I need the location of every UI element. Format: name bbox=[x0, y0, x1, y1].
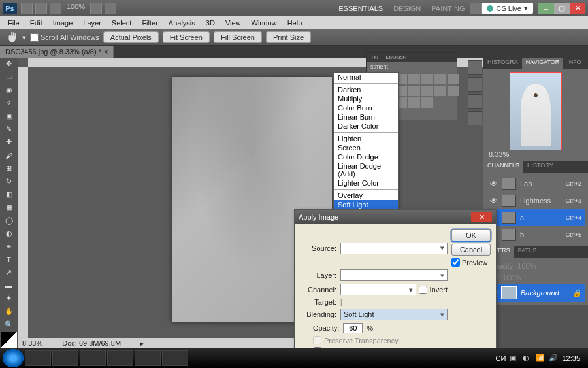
menu-view[interactable]: View bbox=[220, 19, 246, 27]
brush-tool[interactable]: 🖌 bbox=[1, 150, 17, 161]
zoom-dropdown[interactable]: 100% bbox=[64, 3, 88, 14]
volume-icon[interactable]: 🔊 bbox=[549, 354, 558, 363]
dock-icon-3[interactable] bbox=[468, 94, 482, 109]
minibridge-icon[interactable] bbox=[35, 3, 47, 14]
menu-help[interactable]: Help bbox=[282, 19, 308, 27]
dock-icon-1[interactable] bbox=[468, 60, 482, 75]
cslive-button[interactable]: CS Live ▾ bbox=[482, 3, 533, 14]
dock-icon-2[interactable] bbox=[468, 77, 482, 92]
blend-option[interactable]: Darken bbox=[334, 85, 398, 94]
eraser-tool[interactable]: ◧ bbox=[1, 188, 17, 200]
fill-screen-button[interactable]: Fill Screen bbox=[214, 31, 262, 43]
arrange-icon[interactable] bbox=[90, 3, 102, 14]
adj-icon[interactable] bbox=[434, 74, 446, 84]
blend-option[interactable]: Normal bbox=[334, 73, 398, 82]
start-button[interactable] bbox=[3, 349, 24, 367]
zoom-tool[interactable]: 🔍 bbox=[1, 319, 17, 331]
workspace-painting[interactable]: PAINTING bbox=[426, 5, 470, 12]
opacity-input[interactable] bbox=[343, 323, 363, 333]
blur-tool[interactable]: ◯ bbox=[1, 214, 17, 226]
source-select[interactable] bbox=[340, 243, 448, 254]
tab-history[interactable]: HISTORY bbox=[523, 161, 557, 173]
menu-file[interactable]: File bbox=[3, 19, 25, 27]
taskbar-item[interactable] bbox=[52, 350, 78, 366]
navigator-zoom[interactable]: 8.33% bbox=[489, 150, 509, 158]
menu-select[interactable]: Select bbox=[106, 19, 137, 27]
blend-option[interactable]: Darker Color bbox=[334, 122, 398, 131]
view-extras-icon[interactable] bbox=[50, 3, 61, 14]
workspace-essentials[interactable]: ESSENTIALS bbox=[333, 5, 388, 12]
layer-thumbnail[interactable] bbox=[501, 286, 517, 299]
layers-fill-value[interactable]: 100% bbox=[502, 274, 521, 282]
tab-navigator[interactable]: NAVIGATOR bbox=[522, 58, 564, 69]
tab-info[interactable]: INFO bbox=[563, 58, 585, 69]
history-brush-tool[interactable]: ↻ bbox=[1, 175, 17, 187]
network-icon[interactable]: 📶 bbox=[536, 354, 545, 363]
blend-option[interactable]: Color Dodge bbox=[334, 152, 398, 161]
blend-option[interactable]: Multiply bbox=[334, 94, 398, 103]
adj-icon[interactable] bbox=[421, 74, 433, 84]
hand-tool-icon[interactable] bbox=[5, 31, 18, 43]
navigator-thumbnail[interactable] bbox=[510, 72, 562, 150]
fit-screen-button[interactable]: Fit Screen bbox=[163, 31, 210, 43]
blend-option[interactable]: Lighten bbox=[334, 134, 398, 143]
eye-icon[interactable]: 👁 bbox=[490, 197, 498, 205]
blend-option[interactable]: Linear Burn bbox=[334, 112, 398, 122]
blend-option[interactable]: Linear Dodge (Add) bbox=[334, 161, 398, 178]
adj-icon[interactable] bbox=[448, 86, 459, 96]
preview-checkbox[interactable]: Preview bbox=[451, 258, 491, 267]
tab-histogram[interactable]: HISTOGRA bbox=[483, 58, 522, 69]
maximize-button[interactable]: ▢ bbox=[554, 3, 570, 14]
adj-icon[interactable] bbox=[434, 86, 446, 96]
layer-background[interactable]: 👁 Background 🔒 bbox=[486, 284, 585, 302]
tab-channels[interactable]: CHANNELS bbox=[483, 161, 523, 173]
menu-layer[interactable]: Layer bbox=[78, 19, 106, 27]
tab-paths[interactable]: PATHS bbox=[514, 246, 541, 258]
blending-select[interactable]: Soft Light bbox=[340, 309, 448, 320]
taskbar-item[interactable] bbox=[80, 350, 106, 366]
layer-select[interactable] bbox=[340, 269, 448, 281]
adj-icon[interactable] bbox=[421, 97, 433, 108]
tool-preset-dropdown[interactable]: ▾ bbox=[22, 33, 26, 42]
path-tool[interactable]: ↗ bbox=[1, 267, 17, 278]
adj-icon[interactable] bbox=[408, 74, 420, 84]
tab-masks[interactable]: MASKS bbox=[382, 53, 411, 62]
bridge-icon[interactable] bbox=[21, 3, 33, 14]
adj-icon[interactable] bbox=[421, 86, 433, 96]
menu-image[interactable]: Image bbox=[48, 19, 78, 27]
menu-analysis[interactable]: Analysis bbox=[163, 19, 201, 27]
eyedropper-tool[interactable]: ✎ bbox=[1, 124, 17, 135]
status-arrow-icon[interactable]: ▸ bbox=[140, 339, 144, 348]
channel-row[interactable]: 👁aCtrl+4 bbox=[486, 209, 585, 226]
menu-window[interactable]: Window bbox=[246, 19, 282, 27]
dodge-tool[interactable]: ◐ bbox=[1, 227, 17, 239]
minimize-button[interactable]: – bbox=[538, 3, 554, 14]
print-size-button[interactable]: Print Size bbox=[266, 31, 311, 43]
adj-icon[interactable] bbox=[448, 74, 459, 84]
wand-tool[interactable]: ✧ bbox=[1, 97, 17, 109]
blend-option[interactable]: Screen bbox=[334, 143, 398, 152]
pen-tool[interactable]: ✒ bbox=[1, 241, 17, 252]
ok-button[interactable]: OK bbox=[451, 229, 491, 241]
document-tab[interactable]: DSC3456.jpg @ 8.33% (a/8) * × bbox=[0, 46, 114, 58]
type-tool[interactable]: T bbox=[1, 254, 17, 265]
lasso-tool[interactable]: ◉ bbox=[1, 84, 17, 96]
channel-row[interactable]: 👁LabCtrl+2 bbox=[486, 175, 585, 192]
lang-indicator[interactable]: CИ bbox=[496, 354, 506, 362]
dock-icon-4[interactable] bbox=[468, 111, 482, 125]
close-tab-icon[interactable]: × bbox=[104, 48, 108, 56]
scroll-all-checkbox[interactable]: Scroll All Windows bbox=[30, 33, 99, 42]
layers-opacity-value[interactable]: 100% bbox=[517, 262, 536, 270]
tray-icon[interactable]: ▣ bbox=[510, 354, 519, 363]
close-button[interactable]: ✕ bbox=[570, 3, 585, 14]
screenmode-icon[interactable] bbox=[105, 3, 116, 14]
color-swatch[interactable] bbox=[1, 332, 17, 348]
clock[interactable]: 12:35 bbox=[562, 354, 580, 362]
stamp-tool[interactable]: ⊞ bbox=[1, 163, 17, 175]
tray-icon[interactable]: ◐ bbox=[523, 354, 532, 363]
healing-tool[interactable]: ✚ bbox=[1, 137, 17, 148]
channel-row[interactable]: 👁LightnessCtrl+3 bbox=[486, 192, 585, 209]
menu-edit[interactable]: Edit bbox=[25, 19, 48, 27]
actual-pixels-button[interactable]: Actual Pixels bbox=[103, 31, 159, 43]
shape-tool[interactable]: ▬ bbox=[1, 280, 17, 292]
